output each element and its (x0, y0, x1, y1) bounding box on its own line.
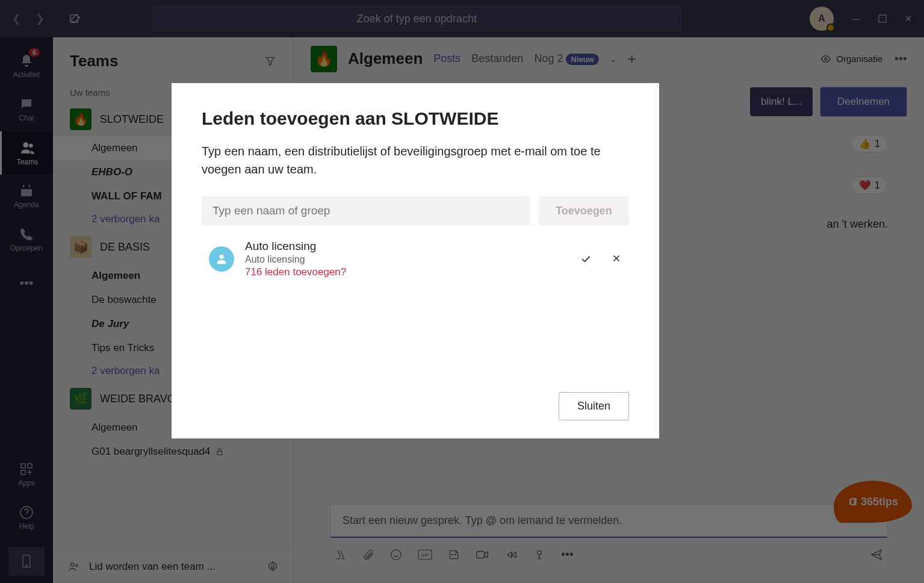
suggestion-warning: 716 leden toevoegen? (245, 266, 569, 278)
group-avatar-icon (209, 246, 234, 272)
reject-icon[interactable] (611, 253, 622, 265)
member-search-input[interactable] (202, 196, 530, 225)
add-button[interactable]: Toevoegen (539, 196, 629, 225)
suggestion-desc: Auto licensing (245, 254, 569, 265)
modal-title: Leden toevoegen aan SLOTWEIDE (202, 108, 629, 129)
suggestion-row[interactable]: Auto licensing Auto licensing 716 leden … (202, 235, 629, 283)
svg-point-23 (219, 255, 223, 259)
suggestion-name: Auto licensing (245, 240, 569, 253)
accept-icon[interactable] (580, 253, 592, 265)
close-button[interactable]: Sluiten (559, 392, 629, 420)
modal-subtitle: Typ een naam, een distributielijst of be… (202, 142, 629, 178)
add-members-modal: Leden toevoegen aan SLOTWEIDE Typ een na… (172, 83, 659, 438)
